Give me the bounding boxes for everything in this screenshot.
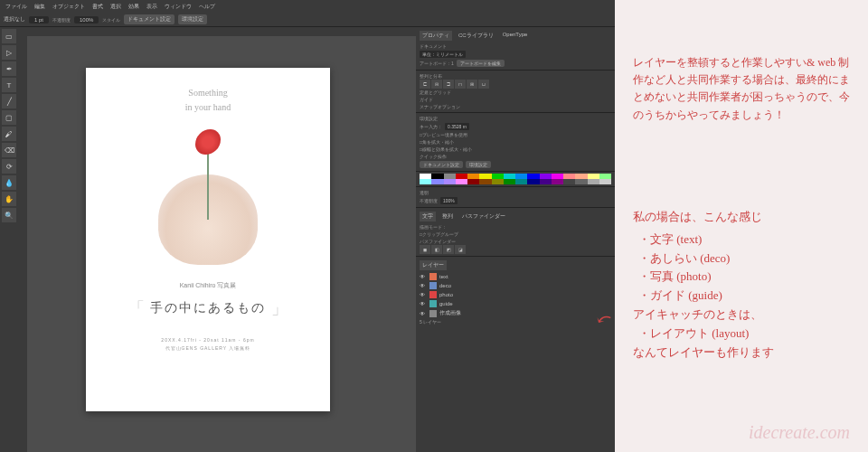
opacity-value[interactable]: 100% (74, 16, 99, 24)
annotation-block-2: 私の場合は、こんな感じ 文字 (text) あしらい (deco) 写真 (ph… (633, 208, 859, 362)
doc-setup-button[interactable]: ドキュメント設定 (124, 14, 175, 24)
pf-intersect[interactable]: ◩ (443, 245, 454, 254)
align-panel: 整列と分布 ⊏ ⊟ ⊐ ⊓ ⊞ ⊔ 定規とグリッド ガイド スナップオプション (416, 71, 615, 113)
pf-unite[interactable]: ◼ (420, 245, 430, 254)
menu-view[interactable]: 表示 (146, 3, 157, 11)
line-tool[interactable]: ╱ (2, 94, 16, 108)
visibility-icon[interactable]: 👁 (420, 292, 427, 297)
opacity2-val[interactable]: 100% (440, 197, 458, 204)
poster-photo (145, 120, 271, 265)
layer-row[interactable]: 👁deco (420, 281, 611, 290)
menu-window[interactable]: ウィンドウ (165, 3, 192, 11)
canvas-area[interactable]: Something in your hand Kanii Chihiro 写真展… (18, 27, 416, 452)
zoom-tool[interactable]: 🔍 (2, 208, 16, 222)
unit-value[interactable]: 単位：ミリメートル (420, 51, 466, 58)
swatch[interactable] (599, 179, 611, 184)
layer-row[interactable]: 👁作成画像 (420, 308, 611, 318)
stroke-check[interactable]: □線幅と効果を拡大・縮小 (420, 146, 472, 152)
poster-title: 手の中にあるもの (150, 300, 266, 316)
eraser-tool[interactable]: ⌫ (2, 143, 16, 157)
clip-check[interactable]: □クリップグループ (420, 231, 458, 237)
tab-pathfinder[interactable]: パスファインダー (459, 212, 508, 221)
edit-artboard-button[interactable]: アートボードを編集 (457, 60, 505, 67)
layer-name: 作成画像 (439, 309, 461, 317)
swatch[interactable] (588, 179, 599, 184)
opacity2-label: 不透明度 (420, 198, 438, 203)
eyedropper-tool[interactable]: 💧 (2, 175, 16, 190)
menu-edit[interactable]: 編集 (34, 3, 45, 11)
poster-dates: 20XX.4.17fri - 20sat 11am - 6pm (161, 337, 254, 343)
swatch[interactable] (479, 179, 491, 184)
pf-exclude[interactable]: ◪ (455, 245, 466, 254)
selection-tool[interactable]: ▭ (2, 29, 16, 43)
type-tool[interactable]: T (2, 78, 16, 92)
transparency-panel: 透明 不透明度100% (416, 187, 615, 208)
align-hcenter[interactable]: ⊟ (431, 80, 442, 89)
tab-layers[interactable]: レイヤー (420, 260, 447, 270)
swatch[interactable] (575, 179, 587, 184)
watermark: idecreate.com (749, 422, 850, 443)
direct-select-tool[interactable]: ▷ (2, 45, 16, 60)
rect-tool[interactable]: ▢ (2, 110, 16, 125)
align-vcenter[interactable]: ⊞ (467, 80, 477, 89)
illustrator-app: ファイル 編集 オブジェクト 書式 選択 効果 表示 ウィンドウ ヘルプ 選択な… (0, 0, 615, 452)
swatch[interactable] (492, 179, 504, 184)
align-label: 整列と分布 (420, 73, 442, 79)
layer-row[interactable]: 👁photo (420, 290, 611, 299)
visibility-icon[interactable]: 👁 (420, 274, 427, 279)
visibility-icon[interactable]: 👁 (420, 311, 427, 316)
keyinput-value[interactable]: 0.3528 m (445, 123, 469, 130)
tab-opentype[interactable]: OpenType (500, 31, 531, 41)
swatch[interactable] (467, 179, 479, 184)
corner-check[interactable]: □角を拡大・縮小 (420, 139, 454, 145)
hand-tool[interactable]: ✋ (2, 192, 16, 206)
swatch[interactable] (456, 179, 467, 184)
swatch[interactable] (540, 179, 552, 184)
swatch[interactable] (515, 179, 527, 184)
swatch[interactable] (444, 179, 456, 184)
layer-row[interactable]: 👁text (420, 272, 611, 281)
preview-check[interactable]: □プレビュー境界を使用 (420, 132, 467, 137)
poster-script-1: Something (188, 88, 227, 99)
swatch[interactable] (431, 179, 443, 184)
menu-object[interactable]: オブジェクト (52, 3, 85, 11)
poster-script-2: in your hand (185, 102, 231, 113)
brush-tool[interactable]: 🖌 (2, 127, 16, 141)
rotate-tool[interactable]: ⟳ (2, 159, 16, 174)
swatch[interactable] (552, 179, 563, 184)
tab-cclib[interactable]: CCライブラリ (456, 31, 496, 41)
menu-effect[interactable]: 効果 (128, 3, 139, 11)
swatch[interactable] (504, 179, 515, 184)
menu-select[interactable]: 選択 (110, 3, 121, 11)
pathfinder-label: パスファインダー (420, 239, 456, 244)
align-bottom[interactable]: ⊔ (478, 80, 489, 89)
swatch-grid (420, 174, 611, 184)
menu-type[interactable]: 書式 (92, 3, 103, 11)
doc-btn[interactable]: ドキュメント設定 (420, 161, 463, 168)
artboard[interactable]: Something in your hand Kanii Chihiro 写真展… (86, 68, 330, 411)
menu-help[interactable]: ヘルプ (199, 3, 215, 11)
visibility-icon[interactable]: 👁 (420, 301, 427, 306)
pf-minus[interactable]: ◧ (431, 245, 442, 254)
visibility-icon[interactable]: 👁 (420, 283, 427, 288)
layer-row[interactable]: 👁guide (420, 299, 611, 308)
menu-file[interactable]: ファイル (5, 3, 27, 11)
tab-char[interactable]: 文字 (420, 212, 436, 221)
layer-color (429, 282, 437, 289)
align-right[interactable]: ⊐ (443, 80, 454, 89)
tab-align2[interactable]: 整列 (439, 212, 456, 221)
pen-tool[interactable]: ✒ (2, 61, 16, 76)
align-top[interactable]: ⊓ (455, 80, 466, 89)
align-left[interactable]: ⊏ (420, 80, 430, 89)
tab-properties[interactable]: プロパティ (420, 31, 452, 41)
flower-stem (207, 147, 209, 220)
layer-name: text (439, 274, 448, 279)
swatch[interactable] (420, 179, 431, 184)
prefs-button[interactable]: 環境設定 (178, 14, 207, 24)
pref-btn[interactable]: 環境設定 (466, 161, 491, 168)
swatch[interactable] (563, 179, 575, 184)
stroke-weight[interactable]: 1 pt (29, 16, 49, 24)
swatch[interactable] (527, 179, 539, 184)
layer-color (429, 310, 437, 317)
annotation-p3: なんてレイヤーも作ります (633, 344, 859, 363)
